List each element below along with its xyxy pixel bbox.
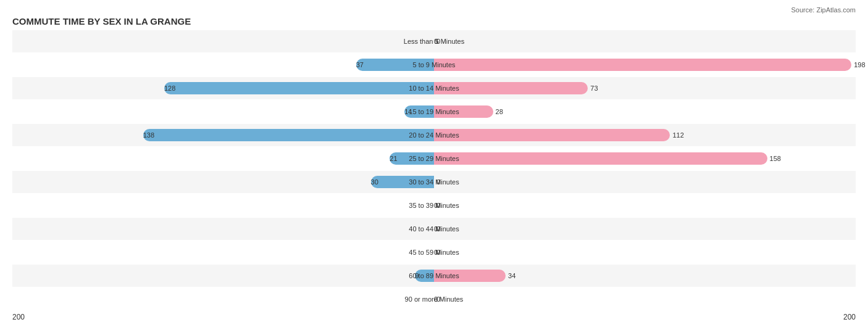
right-section: 0 xyxy=(434,194,856,217)
right-section: 0 xyxy=(434,30,856,52)
chart-row: 128 10 to 14 Minutes 73 xyxy=(12,77,856,99)
chart-row: 0 45 to 59 Minutes 0 xyxy=(12,241,856,263)
right-section: 28 xyxy=(434,101,856,123)
left-section: 138 xyxy=(12,124,434,146)
chart-row: 9 60 to 89 Minutes 34 xyxy=(12,265,856,287)
val-female: 112 xyxy=(670,131,683,139)
left-section: 9 xyxy=(12,265,434,287)
chart-row: 30 30 to 34 Minutes 0 xyxy=(12,171,856,193)
right-section: 0 xyxy=(434,288,856,310)
bar-female xyxy=(434,129,670,141)
val-female: 34 xyxy=(506,272,515,279)
val-male: 138 xyxy=(143,131,157,139)
val-male: 9 xyxy=(415,272,421,279)
chart-row: 138 20 to 24 Minutes 112 xyxy=(12,124,856,146)
left-section: 0 xyxy=(12,288,434,310)
source-label: Source: ZipAtlas.com xyxy=(12,6,856,14)
chart-title: COMMUTE TIME BY SEX IN LA GRANGE xyxy=(12,16,856,27)
bar-container: 138 20 to 24 Minutes 112 xyxy=(12,124,856,146)
bar-container: 0 Less than 5 Minutes 0 xyxy=(12,30,856,52)
bar-female xyxy=(434,152,767,165)
chart-row: 0 Less than 5 Minutes 0 xyxy=(12,30,856,52)
axis-right: 200 xyxy=(843,313,856,321)
val-male: 37 xyxy=(356,61,366,68)
bar-container: 9 60 to 89 Minutes 34 xyxy=(12,265,856,287)
val-male: 14 xyxy=(404,108,414,115)
bar-container: 0 40 to 44 Minutes 0 xyxy=(12,218,856,240)
left-section: 0 xyxy=(12,30,434,52)
right-section: 0 xyxy=(434,218,856,240)
left-section: 0 xyxy=(12,194,434,217)
bar-container: 37 5 to 9 Minutes 198 xyxy=(12,54,856,76)
bar-male xyxy=(143,129,434,141)
bar-female xyxy=(434,270,506,282)
left-section: 37 xyxy=(12,54,434,76)
bar-female xyxy=(434,59,851,71)
val-female: 0 xyxy=(434,225,440,233)
val-female: 158 xyxy=(767,155,781,162)
chart-row: 0 90 or more Minutes 0 xyxy=(12,288,856,310)
left-section: 0 xyxy=(12,218,434,240)
bar-container: 0 35 to 39 Minutes 0 xyxy=(12,194,856,217)
left-section: 21 xyxy=(12,147,434,170)
chart-wrapper: 0 Less than 5 Minutes 0 37 5 to 9 Minute… xyxy=(12,30,856,322)
bar-male xyxy=(164,82,434,94)
val-female: 0 xyxy=(434,249,440,256)
val-female: 0 xyxy=(434,178,440,186)
right-section: 0 xyxy=(434,241,856,263)
val-female: 0 xyxy=(434,202,440,209)
bar-female xyxy=(434,82,588,94)
val-female: 0 xyxy=(434,38,440,45)
right-section: 0 xyxy=(434,171,856,193)
chart-row: 0 35 to 39 Minutes 0 xyxy=(12,194,856,217)
right-section: 34 xyxy=(434,265,856,287)
axis-left: 200 xyxy=(12,313,25,321)
right-section: 198 xyxy=(434,54,856,76)
bar-container: 14 15 to 19 Minutes 28 xyxy=(12,101,856,123)
left-section: 128 xyxy=(12,77,434,99)
chart-row: 0 40 to 44 Minutes 0 xyxy=(12,218,856,240)
axis-labels: 200 200 xyxy=(12,313,856,321)
left-section: 0 xyxy=(12,241,434,263)
bar-container: 0 90 or more Minutes 0 xyxy=(12,288,856,310)
bar-container: 21 25 to 29 Minutes 158 xyxy=(12,147,856,170)
bar-container: 0 45 to 59 Minutes 0 xyxy=(12,241,856,263)
val-female: 73 xyxy=(588,85,598,92)
val-female: 0 xyxy=(434,295,440,303)
left-section: 30 xyxy=(12,171,434,193)
bar-container: 128 10 to 14 Minutes 73 xyxy=(12,77,856,99)
chart-row: 14 15 to 19 Minutes 28 xyxy=(12,101,856,123)
right-section: 158 xyxy=(434,147,856,170)
val-male: 30 xyxy=(371,178,381,186)
val-male: 21 xyxy=(390,155,399,162)
val-male: 128 xyxy=(164,85,178,92)
chart-area: 0 Less than 5 Minutes 0 37 5 to 9 Minute… xyxy=(12,30,856,310)
val-female: 198 xyxy=(851,61,865,68)
val-female: 28 xyxy=(493,108,503,115)
right-section: 112 xyxy=(434,124,856,146)
bar-container: 30 30 to 34 Minutes 0 xyxy=(12,171,856,193)
chart-row: 21 25 to 29 Minutes 158 xyxy=(12,147,856,170)
chart-row: 37 5 to 9 Minutes 198 xyxy=(12,54,856,76)
bar-male xyxy=(356,59,434,71)
right-section: 73 xyxy=(434,77,856,99)
left-section: 14 xyxy=(12,101,434,123)
bar-female xyxy=(434,105,493,118)
